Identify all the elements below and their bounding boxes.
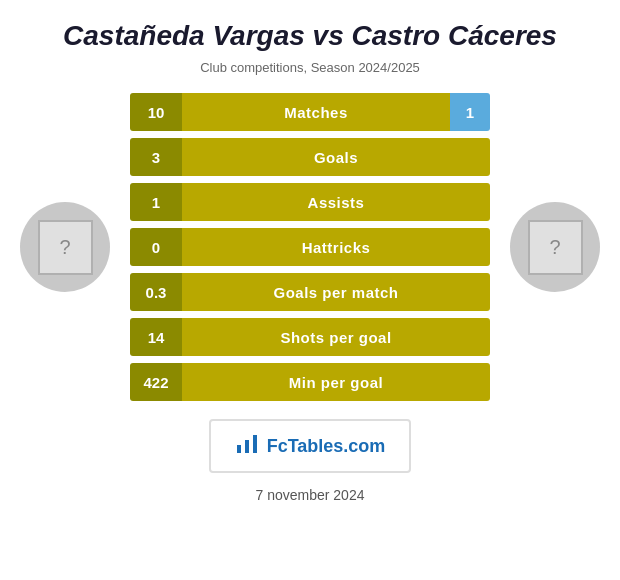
stat-left-val-min-per-goal: 422 [130,363,182,401]
page-title: Castañeda Vargas vs Castro Cáceres [63,20,557,52]
avatar-right-image: ? [528,220,583,275]
stat-label-shots-per-goal: Shots per goal [182,318,490,356]
stat-left-val-goals: 3 [130,138,182,176]
brand-name: FcTables.com [267,436,386,457]
stat-label-goals-per-match: Goals per match [182,273,490,311]
page: Castañeda Vargas vs Castro Cáceres Club … [0,0,620,580]
stat-left-val-matches: 10 [130,93,182,131]
avatar-left: ? [20,202,110,292]
footer-date: 7 november 2024 [256,487,365,503]
avatar-right: ? [510,202,600,292]
stat-row-hattricks: 0Hattricks [130,228,490,266]
stat-left-val-shots-per-goal: 14 [130,318,182,356]
stat-label-min-per-goal: Min per goal [182,363,490,401]
stat-left-val-goals-per-match: 0.3 [130,273,182,311]
avatar-left-image: ? [38,220,93,275]
stat-label-goals: Goals [182,138,490,176]
stat-right-val-matches: 1 [450,93,490,131]
stat-row-min-per-goal: 422Min per goal [130,363,490,401]
stat-row-matches: 10Matches1 [130,93,490,131]
svg-rect-2 [253,435,257,453]
main-area: ? 10Matches13Goals1Assists0Hattricks0.3G… [10,93,610,401]
svg-rect-0 [237,445,241,453]
stat-left-val-hattricks: 0 [130,228,182,266]
brand-box[interactable]: FcTables.com [209,419,412,473]
avatar-right-placeholder: ? [549,236,560,259]
avatar-left-placeholder: ? [59,236,70,259]
stat-label-hattricks: Hattricks [182,228,490,266]
stat-row-goals-per-match: 0.3Goals per match [130,273,490,311]
stat-label-matches: Matches [182,93,450,131]
stats-container: 10Matches13Goals1Assists0Hattricks0.3Goa… [130,93,490,401]
brand-icon [235,431,259,461]
stat-row-shots-per-goal: 14Shots per goal [130,318,490,356]
stat-left-val-assists: 1 [130,183,182,221]
stat-label-assists: Assists [182,183,490,221]
stat-row-assists: 1Assists [130,183,490,221]
stat-row-goals: 3Goals [130,138,490,176]
page-subtitle: Club competitions, Season 2024/2025 [200,60,420,75]
svg-rect-1 [245,440,249,453]
